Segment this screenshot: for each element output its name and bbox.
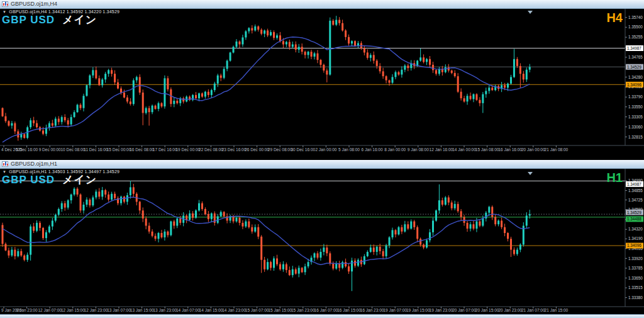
candle-body [130, 101, 131, 104]
candle-body [338, 20, 340, 23]
candle-body [82, 205, 84, 210]
candle-body [126, 98, 128, 101]
candle-body [491, 207, 493, 217]
candle-body [319, 252, 321, 258]
x-tick-label: 12 Jan 07:00 [38, 308, 62, 312]
candle-body [164, 78, 165, 106]
candle-body [423, 57, 425, 62]
candle-body [11, 123, 13, 126]
next-window-titlebar-edge[interactable] [0, 314, 644, 318]
x-tick-label: 9 Jan 23:00 [16, 308, 38, 312]
candle-body [526, 215, 528, 225]
candle-body [254, 227, 256, 232]
candle-body [370, 247, 372, 252]
candle-body [295, 270, 297, 274]
candle-body [451, 203, 453, 208]
candle-body [419, 57, 421, 60]
candle-body [348, 266, 350, 271]
candle-body [472, 224, 474, 229]
h4-price-chart[interactable]: 1.357401.355001.352551.350101.347651.342… [0, 9, 644, 160]
x-tick-label: 11 Dec 16:00 [84, 147, 108, 152]
candle-body [108, 195, 109, 200]
candle-body [114, 194, 116, 198]
x-tick-label: 16 Dec 08:00 [130, 147, 154, 152]
h1-price-chart[interactable]: 1.349901.348551.347251.345901.344551.343… [0, 169, 644, 314]
candle-body [479, 222, 480, 226]
candle-body [289, 270, 291, 275]
candle-body [308, 52, 309, 55]
candle-body [519, 244, 521, 249]
candle-body [475, 222, 477, 229]
candle-body [2, 225, 4, 244]
candle-body [158, 233, 160, 239]
candle-body [491, 88, 493, 90]
candle-body [80, 195, 82, 210]
candle-body [308, 262, 309, 266]
candle-body [516, 250, 518, 254]
candle-body [295, 44, 297, 49]
y-tick-label: 1.33790 [628, 94, 643, 99]
y-tick-label: 1.33515 [628, 285, 643, 290]
candle-body [2, 108, 4, 116]
x-tick-label: 8 Jan 00:00 [384, 147, 406, 152]
candle-body [354, 41, 356, 46]
candle-body [260, 237, 262, 260]
candle-body [201, 93, 203, 96]
y-tick-label: 1.34280 [628, 75, 643, 79]
x-tick-label: 2 Jan 00:00 [315, 147, 336, 152]
candle-body [176, 219, 178, 226]
candle-body [160, 103, 162, 106]
candle-body [52, 220, 53, 226]
candle-body [510, 239, 512, 249]
candle-body [264, 30, 265, 33]
candle-body [208, 214, 209, 219]
candle-body [254, 26, 256, 30]
candle-body [454, 73, 456, 76]
watermark-pair: GBP USD [2, 14, 55, 26]
candle-body [204, 209, 206, 214]
x-tick-label: 19 Jan 23:00 [430, 308, 453, 312]
x-tick-label: 14 Jan 23:00 [222, 308, 246, 312]
y-tick-label: 1.34765 [628, 55, 643, 59]
candle-body [470, 96, 472, 99]
h1-window-titlebar[interactable]: GBPUSD.oj1m,H1 [0, 160, 644, 169]
candle-body [367, 52, 369, 57]
x-tick-label: 16 Jan 07:00 [314, 308, 338, 312]
candle-body [123, 196, 125, 202]
candle-body [435, 70, 437, 74]
x-tick-label: 20 Jan 00:00 [521, 147, 545, 152]
candle-body [438, 200, 440, 210]
candle-body [345, 30, 347, 37]
price-level-box-label: 1.34096 [627, 82, 641, 87]
candle-body [92, 70, 94, 75]
candle-body [133, 187, 135, 193]
chart-window-h1: GBPUSD.oj1m,H1 1.349901.348551.347251.34… [0, 160, 644, 314]
candle-body [329, 253, 331, 263]
candle-body [423, 244, 425, 247]
h4-window-titlebar[interactable]: GBPUSD.oj1m,H4 [0, 0, 644, 9]
candle-body [335, 20, 337, 25]
candle-body [139, 77, 141, 93]
candle-body [270, 32, 272, 35]
candle-body [42, 228, 44, 238]
candle-body [373, 55, 375, 60]
candle-body [504, 227, 506, 233]
candle-body [74, 112, 75, 117]
candle-body [223, 212, 225, 217]
candle-body [61, 117, 63, 122]
candle-body [379, 247, 381, 251]
candle-body [332, 21, 334, 25]
candle-body [82, 96, 84, 108]
candle-body [251, 28, 253, 31]
candle-body [67, 200, 69, 208]
candle-body [298, 268, 300, 273]
candle-body [441, 200, 443, 205]
x-tick-label: 15 Jan 07:00 [245, 308, 269, 312]
chart-window-icon [2, 161, 8, 167]
candle-body [45, 232, 47, 238]
x-tick-label: 5 Dec 16:00 [16, 147, 38, 152]
x-tick-label: 23 Dec 16:00 [222, 147, 247, 152]
candle-body [86, 200, 87, 205]
candle-body [529, 67, 531, 69]
candle-body [233, 47, 235, 52]
